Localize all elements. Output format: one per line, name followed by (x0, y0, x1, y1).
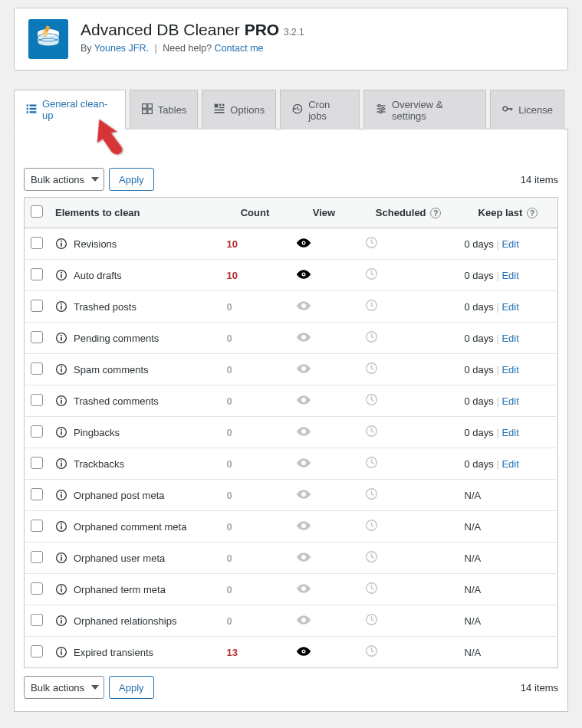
info-icon[interactable] (55, 615, 67, 627)
row-checkbox[interactable] (31, 300, 43, 312)
row-checkbox[interactable] (31, 237, 43, 249)
eye-off-icon (296, 489, 311, 500)
edit-link[interactable]: Edit (501, 395, 518, 407)
row-checkbox[interactable] (31, 551, 43, 563)
eye-off-icon (296, 395, 311, 405)
table-row: Trashed posts00 days | Edit (25, 291, 558, 323)
svg-rect-6 (27, 107, 28, 109)
contact-link[interactable]: Contact me (215, 43, 264, 54)
info-icon[interactable] (55, 300, 67, 313)
row-checkbox[interactable] (31, 331, 43, 343)
edit-link[interactable]: Edit (501, 238, 518, 250)
table-row: Orphaned post meta0N/A (25, 480, 558, 511)
count-value: 0 (227, 364, 232, 375)
author-link[interactable]: Younes JFR. (94, 43, 149, 54)
info-icon[interactable] (55, 457, 67, 470)
svg-rect-9 (30, 111, 37, 113)
row-checkbox[interactable] (31, 457, 43, 469)
tab-label: Options (230, 104, 265, 116)
row-checkbox[interactable] (31, 268, 43, 280)
keep-days: 0 days (465, 301, 494, 313)
row-checkbox[interactable] (31, 645, 43, 657)
svg-rect-13 (148, 110, 153, 114)
svg-rect-14 (215, 104, 219, 108)
svg-rect-4 (27, 104, 28, 106)
edit-link[interactable]: Edit (501, 301, 518, 313)
info-icon[interactable] (55, 332, 67, 344)
row-checkbox[interactable] (31, 582, 43, 595)
keep-days: 0 days (465, 270, 494, 281)
info-icon[interactable] (55, 426, 67, 438)
svg-point-23 (382, 107, 384, 110)
tab-overview[interactable]: Overview & settings (363, 90, 486, 130)
row-checkbox[interactable] (31, 614, 43, 626)
select-all-checkbox[interactable] (31, 205, 43, 218)
key-icon (501, 103, 514, 117)
element-label: Trashed comments (74, 395, 159, 407)
grid-icon (141, 103, 153, 117)
clock-icon (365, 613, 378, 626)
help-icon[interactable]: ? (430, 208, 441, 218)
eye-off-icon (296, 552, 311, 562)
tab-cron[interactable]: Cron jobs (280, 90, 360, 130)
clock-icon (365, 299, 378, 312)
count-value: 10 (227, 238, 238, 250)
keep-na: N/A (465, 490, 482, 501)
edit-link[interactable]: Edit (501, 427, 518, 438)
table-row: Pingbacks00 days | Edit (25, 417, 558, 448)
table-row: Trackbacks00 days | Edit (25, 448, 558, 480)
sliders-icon (375, 103, 387, 117)
keep-na: N/A (465, 521, 482, 533)
eye-off-icon (296, 457, 311, 468)
eye-off-icon (296, 520, 311, 531)
eye-icon[interactable] (296, 238, 311, 248)
info-icon[interactable] (55, 269, 67, 281)
svg-rect-8 (27, 111, 28, 113)
svg-rect-19 (215, 112, 225, 113)
info-icon[interactable] (55, 489, 67, 501)
svg-point-25 (380, 110, 382, 113)
bulk-actions-select-bottom[interactable]: Bulk actions (24, 676, 104, 699)
help-icon[interactable]: ? (527, 208, 538, 218)
svg-rect-18 (215, 110, 225, 111)
info-icon[interactable] (55, 552, 67, 564)
info-icon[interactable] (55, 238, 67, 250)
element-label: Orphaned comment meta (74, 521, 186, 533)
tab-license[interactable]: License (490, 90, 564, 130)
plugin-header: Advanced DB Cleaner PRO 3.2.1 By Younes … (14, 8, 568, 71)
row-checkbox[interactable] (31, 488, 43, 500)
edit-link[interactable]: Edit (501, 333, 518, 344)
count-value: 0 (227, 301, 232, 313)
tab-options[interactable]: Options (202, 90, 276, 130)
info-icon[interactable] (55, 363, 67, 375)
keep-na: N/A (465, 584, 482, 595)
element-label: Expired transients (74, 647, 153, 658)
table-row: Orphaned term meta0N/A (25, 574, 558, 605)
tab-tables[interactable]: Tables (130, 90, 199, 130)
list-icon (25, 103, 38, 117)
dashboard-icon (213, 103, 225, 117)
edit-link[interactable]: Edit (501, 364, 518, 375)
edit-link[interactable]: Edit (501, 458, 518, 470)
row-checkbox[interactable] (31, 520, 43, 532)
info-icon[interactable] (55, 395, 67, 407)
row-checkbox[interactable] (31, 362, 43, 375)
clock-icon (365, 550, 378, 563)
edit-link[interactable]: Edit (501, 270, 518, 281)
row-checkbox[interactable] (31, 425, 43, 438)
info-icon[interactable] (55, 646, 67, 658)
info-icon[interactable] (55, 520, 67, 533)
eye-off-icon (296, 426, 311, 437)
eye-icon[interactable] (296, 269, 311, 280)
eye-icon[interactable] (296, 646, 311, 657)
apply-button[interactable]: Apply (109, 168, 154, 191)
apply-button-bottom[interactable]: Apply (109, 676, 154, 699)
bulk-actions-select[interactable]: Bulk actions (24, 168, 104, 191)
element-label: Orphaned user meta (74, 553, 165, 564)
keep-days: 0 days (465, 427, 494, 438)
item-count-bottom: 14 items (521, 682, 558, 694)
svg-point-26 (503, 107, 508, 111)
info-icon[interactable] (55, 583, 67, 595)
row-checkbox[interactable] (31, 394, 43, 406)
svg-rect-11 (148, 104, 153, 109)
